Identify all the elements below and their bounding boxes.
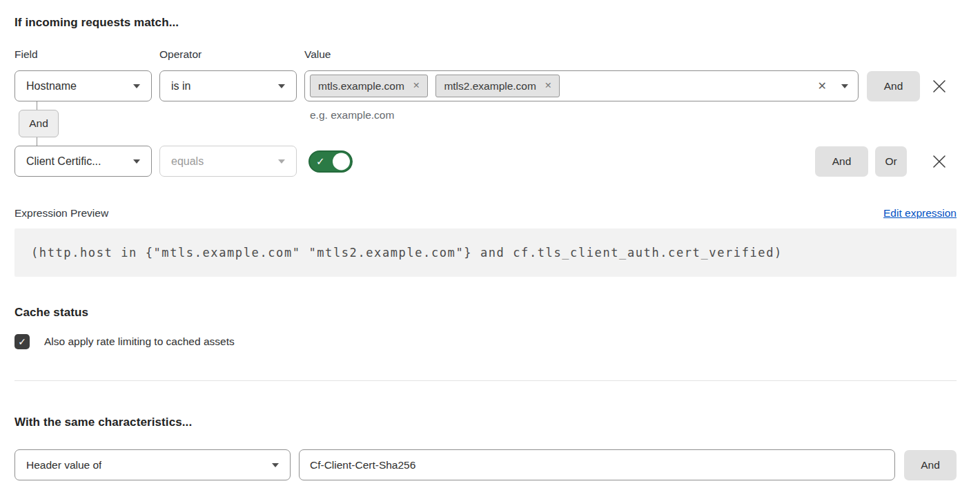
close-icon	[932, 79, 947, 94]
remove-condition-button[interactable]	[931, 78, 948, 95]
operator-column-label: Operator	[159, 48, 304, 61]
add-characteristic-button[interactable]: And	[904, 450, 957, 480]
check-icon: ✓	[316, 156, 325, 166]
cert-verified-toggle[interactable]: ✓	[308, 150, 353, 173]
clear-all-icon[interactable]: ✕	[818, 81, 827, 92]
check-icon: ✓	[18, 337, 26, 347]
cache-status-section: Cache status ✓ Also apply rate limiting …	[14, 306, 957, 349]
operator-select-placeholder: equals	[171, 155, 204, 168]
close-icon	[932, 154, 947, 169]
condition-row-2: Client Certific... equals ✓ And Or	[14, 146, 957, 177]
value-tag: mtls2.example.com ✕	[435, 75, 560, 97]
edit-expression-link[interactable]: Edit expression	[883, 207, 957, 220]
expression-preview-label: Expression Preview	[14, 207, 108, 220]
cache-status-title: Cache status	[14, 306, 957, 320]
chevron-down-icon	[278, 159, 285, 164]
operator-select-disabled: equals	[159, 146, 297, 177]
field-column-label: Field	[14, 48, 159, 61]
value-helper-text: e.g. example.com	[310, 109, 394, 121]
cache-checkbox-row: ✓ Also apply rate limiting to cached ass…	[14, 334, 957, 349]
field-select-value: Hostname	[26, 80, 77, 92]
chevron-down-icon	[133, 159, 140, 164]
operator-select-value: is in	[171, 80, 190, 92]
column-labels: Field Operator Value	[14, 48, 957, 61]
remove-condition-button[interactable]	[931, 153, 948, 170]
value-tag-text: mtls.example.com	[318, 80, 404, 92]
characteristics-section: With the same characteristics... Header …	[14, 416, 957, 480]
characteristic-type-select[interactable]: Header value of	[14, 449, 291, 480]
value-column-label: Value	[304, 48, 331, 61]
header-name-input[interactable]	[299, 449, 895, 480]
cached-assets-checkbox-label: Also apply rate limiting to cached asset…	[44, 335, 235, 348]
rate-limiting-rule-builder: If incoming requests match... Field Oper…	[14, 0, 957, 480]
field-select[interactable]: Hostname	[14, 70, 152, 101]
expression-preview-code: (http.host in {"mtls.example.com" "mtls2…	[14, 228, 957, 277]
chevron-down-icon	[133, 84, 140, 88]
match-section: If incoming requests match... Field Oper…	[14, 16, 957, 277]
chevron-down-icon	[272, 463, 279, 467]
toggle-knob	[333, 153, 350, 170]
operator-select[interactable]: is in	[159, 70, 297, 101]
field-select-value: Client Certific...	[26, 155, 101, 168]
value-multiselect-input[interactable]: mtls.example.com ✕ mtls2.example.com ✕ ✕	[304, 70, 859, 101]
section-divider	[14, 380, 957, 381]
value-tag-text: mtls2.example.com	[444, 80, 536, 92]
tag-remove-icon[interactable]: ✕	[545, 81, 551, 90]
match-section-title: If incoming requests match...	[14, 16, 957, 30]
field-select[interactable]: Client Certific...	[14, 146, 152, 177]
add-or-condition-button[interactable]: Or	[875, 146, 907, 177]
cached-assets-checkbox[interactable]: ✓	[14, 334, 30, 349]
characteristic-type-value: Header value of	[26, 459, 101, 471]
characteristics-title: With the same characteristics...	[14, 416, 957, 429]
add-and-condition-button[interactable]: And	[867, 71, 920, 101]
connector-area: And e.g. example.com	[14, 101, 957, 146]
chevron-down-icon	[278, 84, 285, 88]
value-tag: mtls.example.com ✕	[310, 75, 428, 97]
expression-preview-header: Expression Preview Edit expression	[14, 207, 957, 220]
chevron-down-icon[interactable]	[841, 84, 848, 88]
add-and-condition-button[interactable]: And	[815, 146, 868, 177]
characteristics-row: Header value of And	[14, 449, 957, 480]
condition-row-1: Hostname is in mtls.example.com ✕ mtls2.…	[14, 70, 957, 101]
and-or-connector-button[interactable]: And	[19, 110, 59, 137]
tag-remove-icon[interactable]: ✕	[413, 81, 420, 90]
